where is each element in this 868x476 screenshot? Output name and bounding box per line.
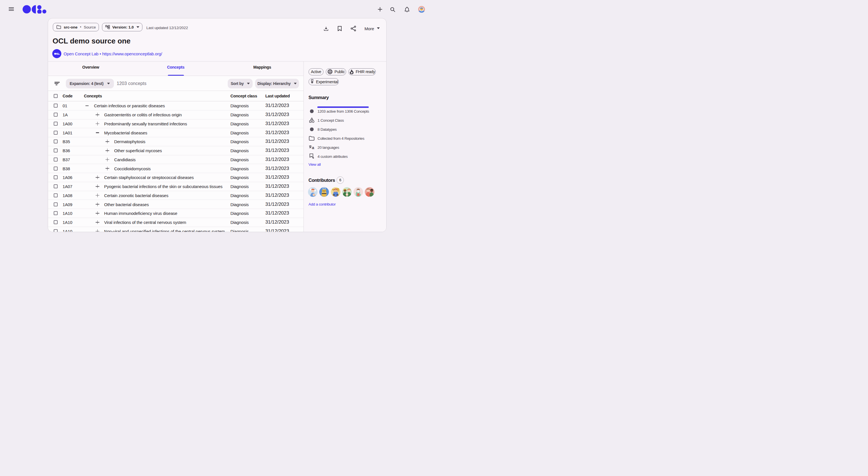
svg-text:a: a: [312, 145, 314, 149]
